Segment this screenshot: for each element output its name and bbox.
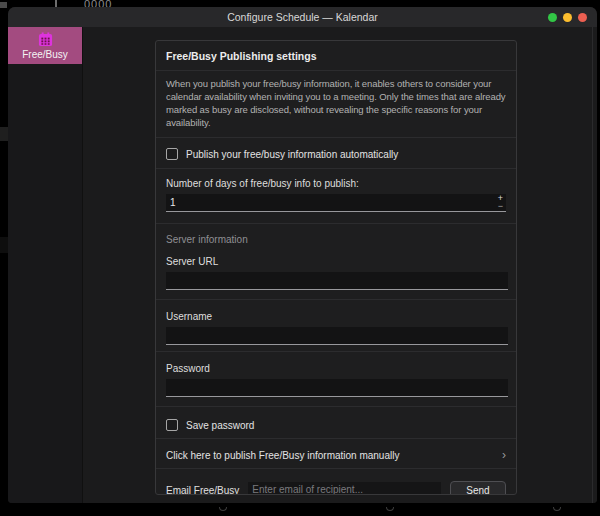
save-password-label: Save password	[186, 420, 254, 431]
days-to-publish-spinbox: + −	[166, 194, 506, 212]
email-recipient-input[interactable]	[248, 482, 441, 496]
save-password-row: Save password	[156, 417, 516, 433]
decrement-button[interactable]: −	[498, 203, 503, 210]
divider	[156, 351, 516, 352]
card-heading: Free/Busy Publishing settings	[156, 50, 516, 62]
background-chevron-mark	[219, 507, 227, 511]
server-url-input[interactable]	[166, 272, 508, 290]
manual-publish-button[interactable]: Click here to publish Free/Busy informat…	[156, 447, 516, 463]
background-chevron-mark	[553, 507, 561, 511]
background-fragment	[0, 237, 8, 253]
window-title: Configure Schedule — Kalendar	[227, 11, 378, 23]
email-free-busy-label: Email Free/Busy	[166, 485, 239, 496]
server-url-label: Server URL	[156, 256, 516, 267]
titlebar[interactable]: Configure Schedule — Kalendar	[8, 7, 597, 27]
window-controls	[548, 13, 587, 22]
divider	[156, 223, 516, 224]
sidebar-item-free-busy[interactable]: Free/Busy	[8, 27, 82, 64]
scrollbar-track[interactable]	[592, 27, 593, 503]
save-password-checkbox[interactable]	[166, 419, 178, 431]
username-input[interactable]	[166, 327, 508, 345]
maximize-button[interactable]	[548, 13, 557, 22]
days-to-publish-input[interactable]	[166, 197, 506, 208]
send-button[interactable]: Send	[450, 481, 506, 496]
spin-buttons: + −	[498, 194, 503, 211]
description-text: When you publish your free/busy informat…	[156, 77, 516, 129]
divider	[156, 299, 516, 300]
minimize-button[interactable]	[563, 13, 572, 22]
free-busy-settings-card: Free/Busy Publishing settings When you p…	[155, 40, 517, 495]
settings-sidebar: Free/Busy	[8, 27, 83, 503]
publish-automatically-row: Publish your free/busy information autom…	[156, 146, 516, 162]
background-chevron-mark	[386, 507, 394, 511]
divider	[156, 438, 516, 439]
email-free-busy-row: Email Free/Busy Send	[156, 480, 516, 495]
username-label: Username	[156, 311, 516, 322]
divider	[156, 137, 516, 138]
close-button[interactable]	[578, 13, 587, 22]
chevron-right-icon: ›	[502, 450, 506, 460]
divider	[156, 468, 516, 469]
background-fragment	[0, 127, 8, 141]
days-to-publish-label: Number of days of free/busy info to publ…	[156, 178, 516, 189]
divider	[156, 70, 516, 71]
publish-automatically-label: Publish your free/busy information autom…	[186, 149, 398, 160]
publish-automatically-checkbox[interactable]	[166, 148, 178, 160]
calendar-icon	[38, 32, 53, 47]
password-label: Password	[156, 363, 516, 374]
divider	[156, 406, 516, 407]
divider	[156, 168, 516, 169]
settings-content: Free/Busy Publishing settings When you p…	[83, 27, 597, 503]
password-input[interactable]	[166, 379, 508, 397]
configure-schedule-dialog: Configure Schedule — Kalendar Free/Busy	[8, 7, 597, 503]
background-partial-glyph	[55, 0, 57, 7]
manual-publish-label: Click here to publish Free/Busy informat…	[166, 450, 399, 461]
background-partial-text: 0000	[84, 0, 154, 7]
sidebar-item-label: Free/Busy	[22, 49, 68, 60]
server-information-header: Server information	[156, 234, 516, 245]
background-fragment	[0, 2, 7, 8]
